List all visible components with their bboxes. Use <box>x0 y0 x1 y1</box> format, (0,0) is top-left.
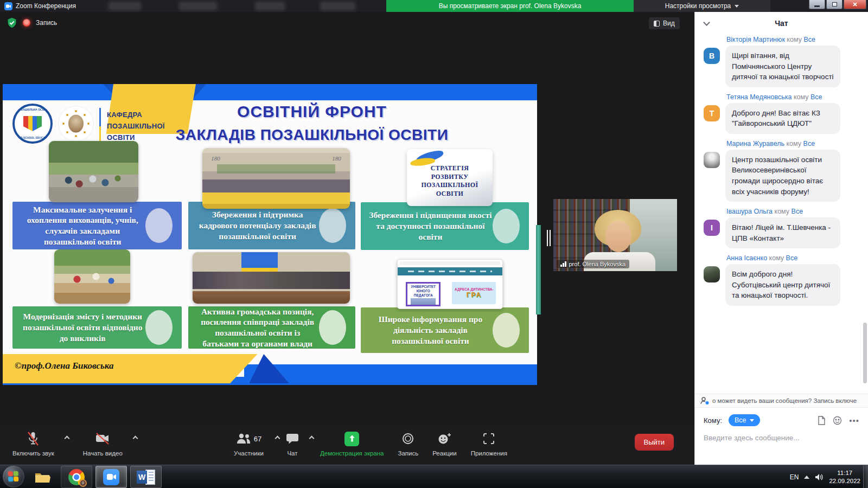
blurred-video-strip <box>255 2 285 10</box>
windows-taskbar: 0 W EN 11:17 22.09.2022 <box>0 465 868 488</box>
word-button[interactable]: W <box>130 466 162 488</box>
restore-icon <box>832 2 837 7</box>
chat-message-list[interactable]: В Вікторія Мартинюк кому Все Щирі вітанн… <box>695 35 868 394</box>
more-options-icon[interactable]: ••• <box>849 416 859 425</box>
message-bubble: Центр позашкільної освіти Великосеверині… <box>725 150 840 202</box>
portrait-emblem <box>58 106 94 142</box>
card-ellipse-decoration <box>493 313 520 348</box>
university-building-image <box>411 298 436 305</box>
chevron-down-icon[interactable] <box>703 19 710 26</box>
recipient: Все <box>810 93 822 101</box>
reactions-button[interactable]: Реакции <box>425 430 463 457</box>
to-word: кому <box>769 254 784 262</box>
emoji-icon[interactable] <box>833 416 842 425</box>
attach-file-icon[interactable] <box>818 416 826 425</box>
meeting-toolbar: Включить звук Начать видео 67 <box>0 425 694 465</box>
slide-card-2-text: Збереження і підтримка кадрового потенці… <box>188 207 320 243</box>
photo-anniversary-group: 180 180 <box>202 148 350 209</box>
start-button[interactable] <box>3 466 24 487</box>
chrome-icon: 0 <box>68 469 85 485</box>
message-bubble: Всім доброго дня! Суботцівський центр ди… <box>725 264 840 306</box>
minimize-button[interactable] <box>809 0 825 9</box>
apps-button[interactable]: Приложения <box>464 430 514 457</box>
participants-label: Участники <box>234 450 264 457</box>
participants-button[interactable]: 67 Участники <box>227 430 279 457</box>
record-label: Запись <box>398 450 418 457</box>
message-bubble: Вітаю! Ліцей ім. Т.Шевченка - ЦПВ «Конта… <box>725 217 840 248</box>
photo-children-outdoors <box>49 141 138 202</box>
festival-poster-line1: АДРЕСА ДИТИНСТВА- <box>455 287 494 291</box>
window-title: Zoom Конференция <box>16 2 76 10</box>
chat-compose-area: Кому: Все ••• Введите здесь сообщение... <box>695 408 868 465</box>
message-bubble: Доброго дня! Вас вітає КЗ "Гайворонський… <box>725 103 840 134</box>
view-layout-button[interactable]: Вид <box>649 17 680 29</box>
recipient: Все <box>786 254 798 262</box>
smiley-plus-icon <box>437 430 451 447</box>
slide-top-band <box>3 84 537 100</box>
chat-scrollbar[interactable] <box>863 323 867 383</box>
to-word: кому <box>787 36 802 43</box>
screen-edge-sliver <box>536 225 541 314</box>
chevron-down-icon <box>750 419 754 422</box>
leave-meeting-button[interactable]: Выйти <box>635 434 674 451</box>
slide-card-1-text: Максимальне залучення і охоплення вихова… <box>12 202 146 249</box>
file-explorer-button[interactable] <box>31 466 54 488</box>
chrome-button[interactable]: 0 <box>61 466 92 488</box>
speaker-icon[interactable] <box>815 473 824 481</box>
panel-resize-handle[interactable] <box>547 230 551 246</box>
card-ellipse-decoration <box>319 310 346 345</box>
notice-text: о может видеть ваши сообщения? Запись вк… <box>712 397 857 404</box>
chat-message: І Івашура Ольга кому Все Вітаю! Ліцей ім… <box>704 208 860 248</box>
avatar-initial: Т <box>710 109 714 118</box>
message-input[interactable]: Введите здесь сообщение... <box>704 434 859 442</box>
sender-name: Івашура Ольга <box>726 208 773 215</box>
window-controls: ✕ <box>808 0 866 9</box>
audio-options-chevron[interactable] <box>64 436 69 441</box>
share-screen-icon <box>344 432 359 446</box>
language-indicator[interactable]: EN <box>790 473 799 481</box>
unmute-label: Включить звук <box>12 450 54 457</box>
show-desktop-button[interactable] <box>863 465 868 488</box>
slide-title-line1: ОСВІТНІЙ ФРОНТ <box>138 102 486 121</box>
card-ellipse-decoration <box>145 310 173 345</box>
emblem-portrait-icon <box>68 115 84 133</box>
photo-kids-crafting <box>54 249 130 304</box>
view-settings-button[interactable]: Настройки просмотра <box>634 0 770 12</box>
to-word: кому <box>775 208 790 215</box>
card-ellipse-decoration <box>493 209 520 243</box>
zoom-app-icon <box>103 469 119 485</box>
record-dot-icon[interactable] <box>23 19 30 27</box>
security-shield-icon[interactable] <box>7 17 17 28</box>
slide-card-3: Збереження і підвищення якості та доступ… <box>361 202 529 250</box>
slide-card-5: Активна громадська позиція, посилення сп… <box>188 306 355 349</box>
avatar: Т <box>704 105 720 121</box>
record-button[interactable]: Запись <box>391 430 425 457</box>
view-settings-label: Настройки просмотра <box>665 2 731 10</box>
chat-button[interactable]: Чат <box>279 430 313 457</box>
avatar-initial: І <box>711 223 713 232</box>
video-options-chevron[interactable] <box>132 436 138 441</box>
share-screen-label: Демонстрация экрана <box>320 450 384 457</box>
chat-header: Чат <box>695 12 868 35</box>
taskbar-clock[interactable]: 11:17 22.09.2022 <box>829 469 860 485</box>
sender-name: Вікторія Мартинюк <box>726 36 785 43</box>
to-word: кому <box>794 93 809 101</box>
presenter-video-thumbnail[interactable]: prof. Olena Bykovska <box>553 199 677 271</box>
unmute-button[interactable]: Включить звук <box>5 430 68 457</box>
zoom-app-button[interactable] <box>95 466 127 488</box>
emblem-ring-text-bottom: AFTER-SCHOOL EDUCATION <box>14 136 52 139</box>
view-layout-icon <box>654 21 660 27</box>
restore-button[interactable] <box>826 0 843 9</box>
view-layout-label: Вид <box>663 20 675 27</box>
avatar: І <box>704 220 720 236</box>
hidden-icons-arrow[interactable] <box>804 476 809 479</box>
avatar-photo <box>704 266 720 282</box>
chevron-down-icon <box>735 5 739 8</box>
recipient-select[interactable]: Все <box>729 414 760 426</box>
share-screen-button[interactable]: Демонстрация экрана <box>313 430 391 457</box>
slide-card-4: Модернізація змісту і методики позашкіль… <box>12 306 182 349</box>
start-video-button[interactable]: Начать видео <box>76 430 137 457</box>
recording-indicator: Запись <box>7 17 57 28</box>
close-button[interactable]: ✕ <box>844 0 866 9</box>
slide-card-4-text: Модернізація змісту і методики позашкіль… <box>12 309 146 345</box>
